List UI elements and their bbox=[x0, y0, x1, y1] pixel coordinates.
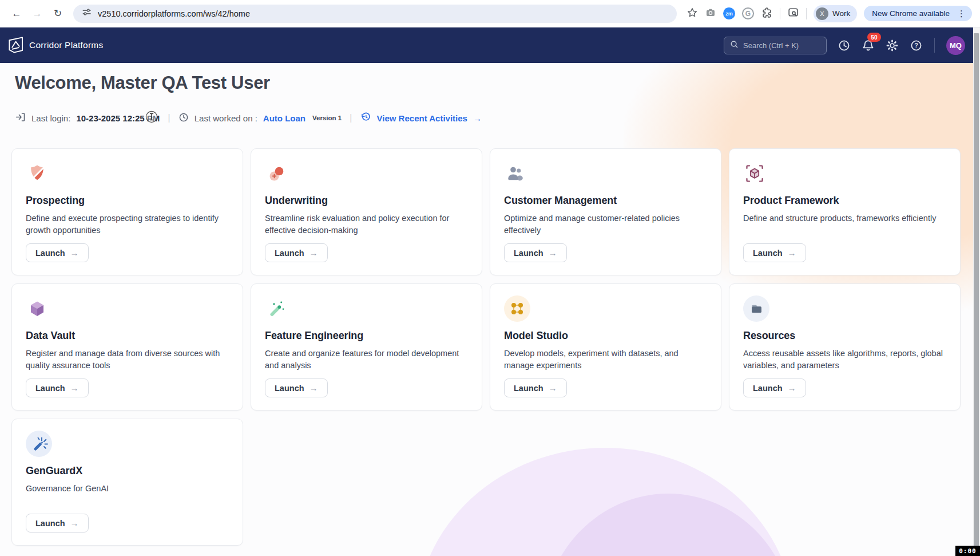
arrow-right-icon: → bbox=[788, 383, 796, 393]
app-header: Corridor Platforms Search (Ctrl + K) 50 bbox=[0, 27, 980, 63]
arrow-right-icon: → bbox=[549, 248, 557, 258]
scrollbar-thumb[interactable] bbox=[974, 33, 979, 547]
card-data-vault: Data Vault Register and manage data from… bbox=[11, 283, 243, 411]
card-title: Product Framework bbox=[743, 195, 946, 207]
launch-button-prospecting[interactable]: Launch → bbox=[26, 243, 89, 262]
card-product-framework: Product Framework Define and structure p… bbox=[729, 148, 961, 275]
cube-scan-icon bbox=[743, 160, 946, 187]
notifications-bell-button[interactable]: 50 bbox=[861, 38, 875, 52]
launch-button-data-vault[interactable]: Launch → bbox=[26, 378, 89, 397]
card-description: Develop models, experiment with datasets… bbox=[504, 348, 707, 371]
user-avatar[interactable]: MQ bbox=[946, 36, 965, 55]
card-model-studio: Model Studio Develop models, experiment … bbox=[490, 283, 721, 411]
extensions-puzzle-icon[interactable] bbox=[761, 6, 773, 21]
profile-name: Work bbox=[832, 9, 850, 18]
card-description: Create and organize features for model d… bbox=[265, 348, 468, 371]
search-placeholder: Search (Ctrl + K) bbox=[743, 41, 799, 50]
arrow-right-icon: → bbox=[310, 248, 318, 258]
card-customer-management: Customer Management Optimize and manage … bbox=[490, 148, 721, 275]
side-panel-search-icon[interactable] bbox=[787, 6, 799, 21]
cube-3d-icon bbox=[26, 295, 229, 322]
toolbar-divider bbox=[806, 8, 807, 19]
module-cards-grid: Prospecting Define and execute prospecti… bbox=[11, 148, 960, 546]
arrow-right-icon: → bbox=[70, 383, 79, 393]
svg-text:?: ? bbox=[914, 42, 918, 49]
wand-blue-icon bbox=[26, 431, 52, 457]
card-underwriting: Underwriting Streamline risk evaluation … bbox=[251, 148, 482, 275]
card-title: Prospecting bbox=[26, 195, 229, 207]
history-icon bbox=[360, 112, 371, 124]
meta-divider: | bbox=[347, 112, 354, 124]
help-button[interactable]: ? bbox=[909, 38, 923, 52]
launch-button-underwriting[interactable]: Launch → bbox=[265, 243, 328, 262]
url-text: v2510.corridorplatforms.com/ws/42/home bbox=[98, 9, 250, 18]
browser-toolbar: ← → ↻ v2510.corridorplatforms.com/ws/42/… bbox=[0, 0, 980, 27]
card-prospecting: Prospecting Define and execute prospecti… bbox=[11, 148, 243, 275]
corridor-logo-icon bbox=[7, 36, 25, 56]
card-title: Model Studio bbox=[504, 330, 707, 342]
recent-history-button[interactable] bbox=[837, 38, 851, 52]
global-search-input[interactable]: Search (Ctrl + K) bbox=[724, 37, 827, 54]
arrow-right-icon: → bbox=[549, 383, 557, 393]
card-title: Data Vault bbox=[26, 330, 229, 342]
site-settings-icon[interactable] bbox=[81, 7, 92, 20]
recording-timer: 0:00 bbox=[955, 546, 980, 556]
launch-button-model-studio[interactable]: Launch → bbox=[504, 378, 567, 397]
card-description: Governance for GenAI bbox=[26, 483, 229, 506]
launch-button-product-framework[interactable]: Launch → bbox=[743, 243, 806, 262]
welcome-meta-row: Last login: 10-23-2025 12:25 PM | Last w… bbox=[15, 112, 482, 124]
card-description: Access reusable assets like algorithms, … bbox=[743, 348, 946, 371]
login-icon bbox=[15, 112, 26, 124]
toolbar-divider bbox=[780, 8, 780, 19]
profile-avatar: X bbox=[816, 7, 828, 20]
arrow-right-icon: → bbox=[788, 248, 796, 258]
launch-button-resources[interactable]: Launch → bbox=[743, 378, 806, 397]
last-worked-label: Last worked on : bbox=[195, 113, 257, 123]
card-description: Streamline risk evaluation and policy ex… bbox=[265, 212, 468, 236]
screenshot-camera-icon[interactable] bbox=[705, 7, 716, 21]
card-title: Resources bbox=[743, 330, 946, 342]
wand-green-icon bbox=[265, 295, 468, 322]
card-feature-engineering: Feature Engineering Create and organize … bbox=[251, 283, 482, 411]
overlap-circles-icon bbox=[265, 160, 468, 187]
brand-name: Corridor Platforms bbox=[29, 40, 103, 50]
view-recent-activities-link[interactable]: View Recent Activities bbox=[377, 113, 467, 123]
clock-icon bbox=[178, 112, 189, 124]
card-genguardx: GenGuardX Governance for GenAI Launch → bbox=[11, 419, 243, 546]
arrow-right-icon: → bbox=[310, 383, 318, 393]
browser-menu-kebab-icon[interactable]: ⋮ bbox=[955, 9, 967, 18]
search-icon bbox=[730, 40, 739, 50]
card-title: Customer Management bbox=[504, 195, 707, 207]
launch-button-feature-engineering[interactable]: Launch → bbox=[265, 378, 328, 397]
page-scrollbar[interactable] bbox=[973, 27, 980, 556]
browser-profile-chip[interactable]: X Work bbox=[814, 5, 857, 22]
launch-button-genguardx[interactable]: Launch → bbox=[26, 514, 89, 533]
card-title: Feature Engineering bbox=[265, 330, 468, 342]
last-login-label: Last login: bbox=[31, 113, 70, 123]
folder-icon bbox=[743, 295, 769, 322]
browser-reload-button[interactable]: ↻ bbox=[49, 5, 66, 22]
grammarly-extension-icon[interactable]: G bbox=[742, 7, 754, 19]
card-title: Underwriting bbox=[265, 195, 468, 207]
card-description: Optimize and manage customer-related pol… bbox=[504, 212, 707, 236]
people-icon bbox=[504, 160, 707, 187]
brand[interactable]: Corridor Platforms bbox=[7, 36, 103, 56]
card-description: Define and execute prospecting strategie… bbox=[26, 212, 229, 236]
zoom-extension-icon[interactable]: zm bbox=[723, 7, 735, 19]
arrow-right-icon: → bbox=[70, 248, 79, 258]
shield-split-icon bbox=[26, 160, 229, 187]
settings-gear-button[interactable] bbox=[885, 38, 899, 52]
arrow-right-icon: → bbox=[70, 518, 79, 528]
card-resources: Resources Access reusable assets like al… bbox=[729, 283, 961, 411]
bookmark-star-icon[interactable] bbox=[687, 7, 698, 21]
url-bar[interactable]: v2510.corridorplatforms.com/ws/42/home bbox=[73, 5, 677, 23]
browser-back-button[interactable]: ← bbox=[8, 5, 25, 22]
card-title: GenGuardX bbox=[26, 465, 229, 477]
chrome-update-pill[interactable]: New Chrome available ⋮ bbox=[864, 6, 972, 21]
launch-button-customer-management[interactable]: Launch → bbox=[504, 243, 567, 262]
arrow-right-icon: → bbox=[473, 113, 482, 123]
dots-square-icon bbox=[504, 295, 530, 322]
browser-forward-button[interactable]: → bbox=[29, 5, 46, 22]
last-worked-project-link[interactable]: Auto Loan bbox=[263, 113, 305, 123]
project-version-label: Version 1 bbox=[312, 115, 342, 121]
